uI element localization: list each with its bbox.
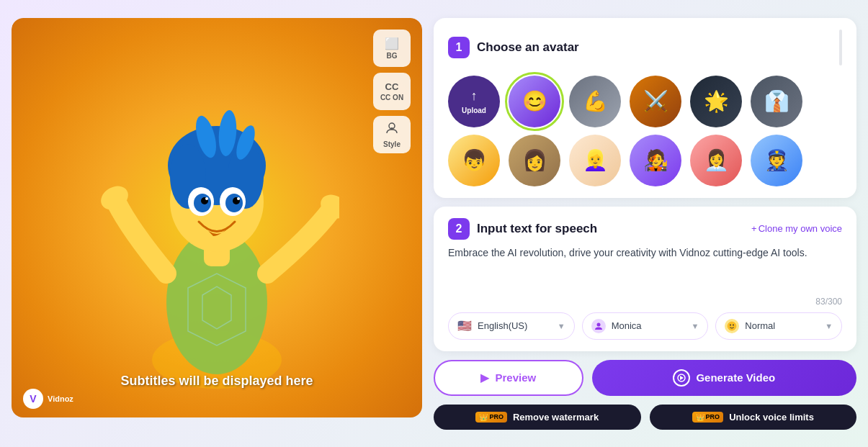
preview-label: Preview	[495, 371, 536, 384]
language-value: English(US)	[478, 320, 527, 331]
avatar-celebrity2[interactable]: 👔	[751, 76, 802, 127]
avatar-police-face: 👮	[751, 135, 802, 186]
avatar-celeb1-face: 🌟	[690, 76, 742, 127]
voice-chevron-icon: ▼	[691, 322, 699, 330]
cc-button[interactable]: CC CC ON	[373, 73, 411, 110]
speech-text-input[interactable]	[448, 245, 842, 291]
upload-arrow-icon: ↑	[471, 89, 478, 104]
char-count: 83/300	[448, 297, 842, 307]
avatar-brunette-face: 👩	[509, 135, 560, 186]
clone-voice-link[interactable]: Clone my own voice	[751, 223, 842, 234]
avatar-cartoon-face: 🧑‍🎤	[630, 135, 681, 186]
avatar-warrior-face: ⚔️	[630, 76, 681, 127]
voice-dropdown[interactable]: Monica ▼	[582, 312, 709, 340]
bg-button[interactable]: ⬜ BG	[373, 30, 411, 67]
toolbar: ⬜ BG CC CC ON Style	[373, 30, 411, 153]
right-panel: 1 Choose an avatar ↑ Upload 😊	[434, 18, 856, 430]
avatar-fitness-face: 💪	[569, 76, 621, 127]
avatar-professional-face: 👩‍💼	[690, 135, 742, 186]
text-card: 2 Input text for speech Clone my own voi…	[434, 207, 856, 351]
avatar-brunette[interactable]: 👩	[509, 135, 560, 186]
step2-title: Input text for speech	[477, 222, 597, 236]
avatar-celebrity1[interactable]: 🌟	[690, 76, 742, 127]
avatar-joy[interactable]: 😊	[509, 76, 560, 127]
language-dropdown[interactable]: 🇺🇸 English(US) ▼	[448, 312, 575, 340]
step2-title-group: 2 Input text for speech	[448, 218, 597, 240]
dropdowns-row: 🇺🇸 English(US) ▼ Monica ▼ Normal	[448, 312, 842, 340]
language-chevron-icon: ▼	[558, 322, 565, 330]
flag-icon: 🇺🇸	[457, 319, 472, 333]
svg-point-24	[733, 324, 734, 325]
bg-icon: ⬜	[385, 37, 399, 50]
tone-chevron-icon: ▼	[825, 322, 833, 330]
style-button[interactable]: Style	[373, 116, 411, 153]
remove-watermark-button[interactable]: 👑 PRO Remove watermark	[434, 405, 641, 430]
unlock-voice-label: Unlock voice limits	[729, 412, 814, 423]
step2-badge: 2	[448, 218, 470, 240]
pro-badge-voice: 👑 PRO	[692, 412, 724, 423]
vidnoz-name: Vidnoz	[48, 394, 73, 403]
left-panel: ⬜ BG CC CC ON Style Subtitles will be di…	[12, 18, 422, 430]
avatar-blonde[interactable]: 👱‍♀️	[569, 135, 621, 186]
generate-label: Generate Video	[696, 371, 775, 384]
vidnoz-icon: V	[23, 389, 43, 409]
avatar-professional[interactable]: 👩‍💼	[690, 135, 742, 186]
svg-point-16	[205, 197, 208, 200]
avatar-upload-button[interactable]: ↑ Upload	[448, 76, 500, 127]
character-illustration	[94, 58, 339, 417]
style-label: Style	[383, 140, 401, 148]
avatar-row-2: 👦 👩 👱‍♀️ 🧑‍🎤 👩	[448, 135, 842, 186]
avatar-youngman[interactable]: 👦	[448, 135, 500, 186]
unlock-voice-button[interactable]: 👑 PRO Unlock voice limits	[650, 405, 857, 430]
avatar-card: 1 Choose an avatar ↑ Upload 😊	[434, 18, 856, 198]
avatar-joy-face: 😊	[509, 76, 560, 127]
svg-point-21	[596, 322, 600, 326]
pro-text-2: PRO	[706, 413, 720, 420]
avatar-cartoon-woman[interactable]: 🧑‍🎤	[630, 135, 681, 186]
avatar-row-1: ↑ Upload 😊 💪 ⚔️	[448, 76, 842, 127]
step2-header: 2 Input text for speech Clone my own voi…	[448, 218, 842, 240]
crown-icon-2: 👑	[696, 413, 704, 421]
avatar-warrior[interactable]: ⚔️	[630, 76, 681, 127]
avatar-youngman-face: 👦	[448, 135, 500, 186]
smile-icon	[725, 319, 739, 333]
crown-icon-1: 👑	[479, 413, 488, 421]
pro-row: 👑 PRO Remove watermark 👑 PRO Unlock voic…	[434, 405, 856, 430]
action-buttons-row: ▶ Preview Generate Video	[434, 360, 856, 396]
bg-label: BG	[387, 52, 398, 60]
generate-video-icon	[673, 369, 690, 387]
cc-icon: CC	[385, 81, 399, 92]
step1-title: Choose an avatar	[477, 40, 579, 55]
app-container: ⬜ BG CC CC ON Style Subtitles will be di…	[12, 18, 856, 430]
preview-button[interactable]: ▶ Preview	[434, 360, 583, 396]
pro-text-1: PRO	[489, 413, 504, 420]
avatar-police[interactable]: 👮	[751, 135, 802, 186]
video-preview: ⬜ BG CC CC ON Style Subtitles will be di…	[12, 18, 422, 417]
step1-header: 1 Choose an avatar	[448, 30, 842, 66]
preview-play-icon: ▶	[480, 371, 489, 384]
person-icon	[591, 319, 606, 333]
style-icon	[385, 121, 399, 139]
subtitle-text: Subtitles will be displayed here	[120, 374, 313, 389]
generate-video-button[interactable]: Generate Video	[592, 360, 856, 396]
vidnoz-logo: V Vidnoz	[23, 389, 73, 409]
svg-point-17	[237, 197, 240, 200]
scroll-indicator	[839, 30, 842, 66]
upload-label: Upload	[462, 107, 486, 114]
pro-badge-watermark: 👑 PRO	[475, 412, 507, 423]
step1-badge: 1	[448, 37, 470, 58]
avatar-grid: ↑ Upload 😊 💪 ⚔️	[448, 76, 842, 186]
avatar-celeb2-face: 👔	[751, 76, 802, 127]
voice-value: Monica	[612, 320, 642, 331]
svg-point-23	[730, 324, 731, 325]
avatar-blonde-face: 👱‍♀️	[569, 135, 621, 186]
tone-value: Normal	[745, 320, 775, 331]
svg-point-22	[728, 322, 736, 330]
cc-label: CC ON	[380, 94, 403, 101]
remove-watermark-label: Remove watermark	[513, 412, 599, 423]
tone-dropdown[interactable]: Normal ▼	[715, 312, 842, 340]
avatar-fitness[interactable]: 💪	[569, 76, 621, 127]
